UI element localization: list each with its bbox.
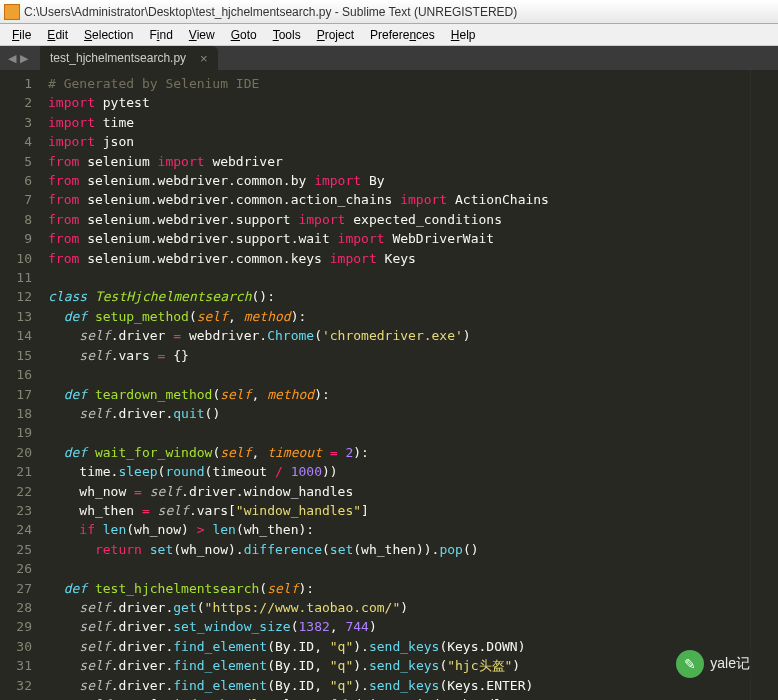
- line-number: 15: [0, 346, 32, 365]
- code-line[interactable]: if len(wh_now) > len(wh_then):: [48, 520, 750, 539]
- line-number: 1: [0, 74, 32, 93]
- line-number: 4: [0, 132, 32, 151]
- code-line[interactable]: self.driver.get("https://www.taobao.com/…: [48, 598, 750, 617]
- code-line[interactable]: from selenium.webdriver.support import e…: [48, 210, 750, 229]
- line-number: 24: [0, 520, 32, 539]
- line-number: 18: [0, 404, 32, 423]
- code-line[interactable]: [48, 423, 750, 442]
- line-number: 8: [0, 210, 32, 229]
- code-line[interactable]: self.driver.find_element(By.ID, "q").sen…: [48, 656, 750, 675]
- code-line[interactable]: time.sleep(round(timeout / 1000)): [48, 462, 750, 481]
- code-line[interactable]: from selenium.webdriver.common.by import…: [48, 171, 750, 190]
- line-number: 11: [0, 268, 32, 287]
- line-number: 14: [0, 326, 32, 345]
- line-number: 9: [0, 229, 32, 248]
- code-line[interactable]: self.driver.find_element(By.ID, "q").sen…: [48, 676, 750, 695]
- code-line[interactable]: wh_now = self.driver.window_handles: [48, 482, 750, 501]
- line-number: 7: [0, 190, 32, 209]
- line-number: 12: [0, 287, 32, 306]
- line-number: 25: [0, 540, 32, 559]
- code-line[interactable]: def wait_for_window(self, timeout = 2):: [48, 443, 750, 462]
- code-line[interactable]: def setup_method(self, method):: [48, 307, 750, 326]
- line-gutter: 1234567891011121314151617181920212223242…: [0, 70, 40, 700]
- code-line[interactable]: import time: [48, 113, 750, 132]
- line-number: 27: [0, 579, 32, 598]
- app-icon: [4, 4, 20, 20]
- line-number: 29: [0, 617, 32, 636]
- code-line[interactable]: [48, 559, 750, 578]
- menu-file[interactable]: File: [4, 26, 39, 44]
- line-number: 6: [0, 171, 32, 190]
- close-icon[interactable]: ×: [200, 51, 208, 66]
- code-line[interactable]: [48, 365, 750, 384]
- code-line[interactable]: self.driver.quit(): [48, 404, 750, 423]
- code-line[interactable]: self.driver = webdriver.Chrome('chromedr…: [48, 326, 750, 345]
- line-number: 5: [0, 152, 32, 171]
- line-number: 26: [0, 559, 32, 578]
- code-line[interactable]: def test_hjchelmentsearch(self):: [48, 579, 750, 598]
- line-number: 16: [0, 365, 32, 384]
- line-number: 10: [0, 249, 32, 268]
- code-line[interactable]: import json: [48, 132, 750, 151]
- line-number: 3: [0, 113, 32, 132]
- tab-bar: ◀ ▶ test_hjchelmentsearch.py ×: [0, 46, 778, 70]
- code-line[interactable]: class TestHjchelmentsearch():: [48, 287, 750, 306]
- minimap[interactable]: [750, 70, 778, 700]
- titlebar: C:\Users\Administrator\Desktop\test_hjch…: [0, 0, 778, 24]
- nav-arrows[interactable]: ◀ ▶: [0, 46, 36, 70]
- line-number: 13: [0, 307, 32, 326]
- code-line[interactable]: def teardown_method(self, method):: [48, 385, 750, 404]
- code-line[interactable]: self.driver.set_window_size(1382, 744): [48, 617, 750, 636]
- line-number: 2: [0, 93, 32, 112]
- menu-view[interactable]: View: [181, 26, 223, 44]
- tab-label: test_hjchelmentsearch.py: [50, 51, 186, 65]
- menu-help[interactable]: Help: [443, 26, 484, 44]
- line-number: 19: [0, 423, 32, 442]
- active-tab[interactable]: test_hjchelmentsearch.py ×: [40, 46, 218, 70]
- code-line[interactable]: from selenium.webdriver.support.wait imp…: [48, 229, 750, 248]
- line-number: 33: [0, 695, 32, 700]
- menu-project[interactable]: Project: [309, 26, 362, 44]
- code-line[interactable]: self.vars["window_handles"] = self.drive…: [48, 695, 750, 700]
- code-line[interactable]: wh_then = self.vars["window_handles"]: [48, 501, 750, 520]
- menu-goto[interactable]: Goto: [223, 26, 265, 44]
- line-number: 30: [0, 637, 32, 656]
- line-number: 31: [0, 656, 32, 675]
- code-line[interactable]: return set(wh_now).difference(set(wh_the…: [48, 540, 750, 559]
- code-area[interactable]: # Generated by Selenium IDEimport pytest…: [40, 70, 750, 700]
- line-number: 22: [0, 482, 32, 501]
- code-line[interactable]: from selenium.webdriver.common.action_ch…: [48, 190, 750, 209]
- line-number: 20: [0, 443, 32, 462]
- code-line[interactable]: # Generated by Selenium IDE: [48, 74, 750, 93]
- menu-edit[interactable]: Edit: [39, 26, 76, 44]
- watermark: ✎ yale记: [668, 646, 758, 682]
- line-number: 32: [0, 676, 32, 695]
- code-line[interactable]: from selenium import webdriver: [48, 152, 750, 171]
- watermark-text: yale记: [710, 655, 750, 673]
- code-line[interactable]: self.driver.find_element(By.ID, "q").sen…: [48, 637, 750, 656]
- line-number: 17: [0, 385, 32, 404]
- line-number: 21: [0, 462, 32, 481]
- menu-selection[interactable]: Selection: [76, 26, 141, 44]
- line-number: 28: [0, 598, 32, 617]
- menu-tools[interactable]: Tools: [265, 26, 309, 44]
- menu-find[interactable]: Find: [141, 26, 180, 44]
- code-line[interactable]: self.vars = {}: [48, 346, 750, 365]
- menu-preferences[interactable]: Preferences: [362, 26, 443, 44]
- window-title: C:\Users\Administrator\Desktop\test_hjch…: [24, 5, 517, 19]
- code-line[interactable]: from selenium.webdriver.common.keys impo…: [48, 249, 750, 268]
- line-number: 23: [0, 501, 32, 520]
- editor[interactable]: 1234567891011121314151617181920212223242…: [0, 70, 778, 700]
- code-line[interactable]: import pytest: [48, 93, 750, 112]
- watermark-icon: ✎: [676, 650, 704, 678]
- menubar: FileEditSelectionFindViewGotoToolsProjec…: [0, 24, 778, 46]
- code-line[interactable]: [48, 268, 750, 287]
